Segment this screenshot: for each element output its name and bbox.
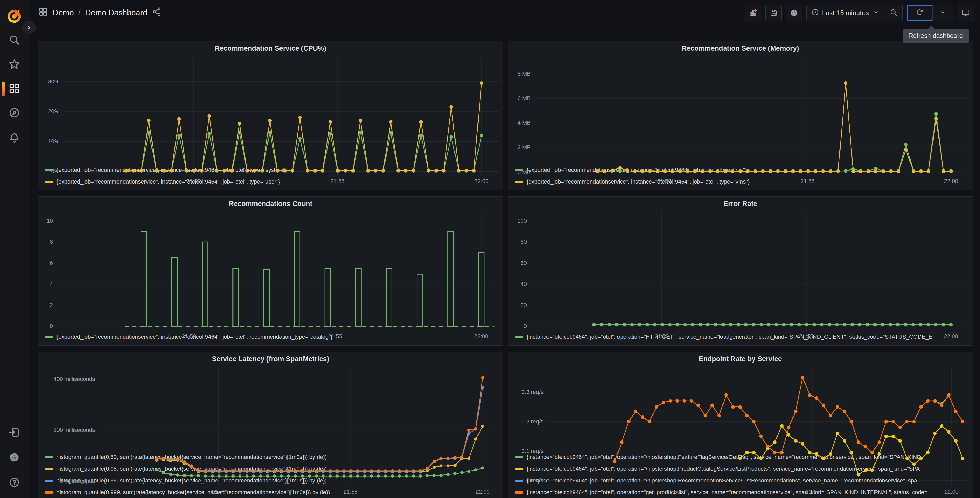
share-icon[interactable]	[152, 7, 161, 19]
y-axis-label: 20	[510, 302, 527, 309]
sidebar-item-settings[interactable]	[0, 446, 29, 469]
y-axis-label: 8	[40, 238, 53, 246]
clock-icon	[811, 8, 819, 18]
breadcrumb: Demo / Demo Dashboard	[38, 7, 161, 19]
y-axis-label: 0%	[40, 168, 59, 175]
legend-label: {instance="otelcol:9464", job="otel", op…	[527, 489, 928, 496]
y-axis-label: 10	[40, 217, 53, 225]
y-axis-label: 80	[510, 238, 527, 246]
refresh-dashboard-button[interactable]	[907, 5, 932, 21]
panel-title[interactable]: Service Latency (from SpanMetrics)	[38, 352, 503, 366]
grafana-logo-icon[interactable]	[6, 7, 23, 23]
panel-title[interactable]: Error Rate	[508, 196, 973, 211]
legend-swatch	[515, 181, 523, 183]
sidebar-item-alerting[interactable]	[0, 127, 29, 150]
count-chart-legend: {exported_job="recommendationservice", i…	[45, 331, 503, 343]
panel-error-rate: Error Rate 02040608010021:5021:5522:00 {…	[508, 196, 973, 346]
x-axis-label: 21:55	[790, 178, 826, 185]
legend-swatch	[45, 181, 53, 183]
sidebar-item-search[interactable]	[0, 29, 29, 52]
legend-item[interactable]: {exported_job="recommendationservice", i…	[515, 176, 973, 188]
cpu-chart-plot[interactable]: 0%10%20%30%21:5021:5522:00	[40, 56, 501, 164]
breadcrumb-separator: /	[78, 8, 81, 18]
y-axis-label: 400 milliseconds	[40, 375, 95, 383]
zoom-out-time-button[interactable]	[885, 5, 902, 21]
x-axis-label: 22:00	[934, 488, 969, 495]
sidebar	[0, 0, 29, 498]
panel-recommendation-memory: Recommendation Service (Memory) 0 MB2 MB…	[508, 41, 973, 190]
y-axis-label: 0	[510, 322, 527, 330]
y-axis-label: 0.0 req/s	[510, 477, 543, 484]
y-axis-label: 60	[510, 260, 527, 267]
x-axis-label: 22:00	[933, 333, 969, 340]
y-axis-label: 30%	[40, 78, 59, 85]
time-range-picker[interactable]: Last 15 minutes	[807, 5, 885, 21]
panel-title[interactable]: Endpoint Rate by Service	[508, 352, 973, 366]
legend-label: {exported_job="recommendationservice", i…	[527, 179, 749, 185]
legend-item[interactable]: {exported_job="recommendationservice", i…	[45, 176, 503, 188]
latency-chart-plot[interactable]: 0 milliseconds200 milliseconds400 millis…	[40, 366, 501, 451]
panel-title[interactable]: Recommendations Count	[38, 196, 503, 211]
x-axis-label: 21:50	[644, 333, 679, 340]
panel-service-latency: Service Latency (from SpanMetrics) 0 mil…	[38, 351, 503, 498]
legend-swatch	[45, 336, 53, 338]
save-dashboard-button[interactable]	[765, 5, 782, 21]
y-axis-label: 2 MB	[510, 144, 531, 151]
y-axis-label: 10%	[40, 138, 59, 145]
y-axis-label: 100	[510, 217, 527, 225]
x-axis-label: 21:55	[794, 488, 830, 495]
legend-label: {exported_job="recommendationservice", i…	[56, 179, 280, 185]
y-axis-label: 0.1 req/s	[510, 448, 543, 455]
x-axis-label: 21:50	[171, 333, 207, 340]
refresh-controls	[907, 5, 953, 21]
sidebar-item-starred[interactable]	[0, 53, 29, 76]
sidebar-item-help[interactable]	[0, 471, 29, 495]
refresh-interval-dropdown[interactable]	[932, 5, 953, 21]
grafana-dashboard: { "topnav": { "breadcrumb": ["Demo", "De…	[0, 0, 980, 498]
legend-label: histogram_quantile(0.999, sum(rate(laten…	[56, 489, 330, 496]
legend-item[interactable]: {exported_job="recommendationservice", i…	[45, 331, 503, 343]
breadcrumb-dashboard[interactable]: Demo Dashboard	[85, 8, 147, 18]
y-axis-label: 8 MB	[510, 70, 531, 77]
y-axis-label: 40	[510, 281, 527, 287]
memory-chart-plot[interactable]: 0 MB2 MB4 MB6 MB8 MB21:5021:5522:00	[510, 56, 971, 164]
count-chart-plot[interactable]: 024681021:5021:5522:00	[40, 211, 501, 330]
y-axis-label: 20%	[40, 108, 59, 115]
y-axis-label: 6	[40, 260, 53, 267]
add-panel-button[interactable]	[745, 5, 761, 21]
sign-in-icon	[8, 426, 20, 439]
cycle-view-mode-button[interactable]	[958, 5, 974, 21]
error-rate-chart-plot[interactable]: 02040608010021:5021:5522:00	[510, 211, 971, 330]
sidebar-item-sign-in[interactable]	[0, 421, 29, 444]
help-icon	[8, 477, 20, 489]
y-axis-label: 4	[40, 281, 53, 287]
y-axis-label: 200 milliseconds	[40, 426, 95, 434]
breadcrumb-folder[interactable]: Demo	[52, 8, 74, 18]
panel-title[interactable]: Recommendation Service (CPU%)	[38, 41, 503, 56]
sidebar-item-dashboards[interactable]	[0, 77, 29, 101]
legend-item[interactable]: {instance="otelcol:9464", job="otel", op…	[515, 331, 973, 343]
chevron-down-icon	[872, 8, 880, 18]
legend-item[interactable]: {instance="otelcol:9464", job="otel", op…	[515, 487, 973, 498]
y-axis-label: 0 MB	[510, 169, 531, 176]
panel-recommendations-count: Recommendations Count 024681021:5021:552…	[38, 196, 503, 346]
y-axis-label: 0 milliseconds	[40, 477, 95, 485]
legend-swatch	[45, 492, 53, 494]
sidebar-item-explore[interactable]	[0, 102, 29, 125]
y-axis-label: 4 MB	[510, 120, 531, 126]
dashboard-settings-button[interactable]	[786, 5, 802, 21]
legend-item[interactable]: histogram_quantile(0.999, sum(rate(laten…	[45, 487, 503, 498]
error-rate-chart-legend: {instance="otelcol:9464", job="otel", op…	[515, 331, 973, 343]
active-indicator	[2, 81, 5, 96]
endpoint-rate-chart-plot[interactable]: 0.0 req/s0.1 req/s0.2 req/s0.3 req/s21:5…	[510, 366, 971, 451]
y-axis-label: 0.3 req/s	[510, 389, 543, 396]
star-icon	[8, 58, 20, 71]
zoom-out-icon	[889, 8, 898, 18]
legend-swatch	[515, 336, 523, 338]
time-controls: Last 15 minutes	[806, 5, 903, 21]
panel-title[interactable]: Recommendation Service (Memory)	[508, 41, 973, 56]
panel-recommendation-cpu: Recommendation Service (CPU%) 0%10%20%30…	[38, 41, 503, 190]
x-axis-label: 22:00	[463, 333, 499, 340]
x-axis-label: 21:55	[788, 333, 824, 340]
x-axis-label: 21:55	[332, 488, 368, 495]
